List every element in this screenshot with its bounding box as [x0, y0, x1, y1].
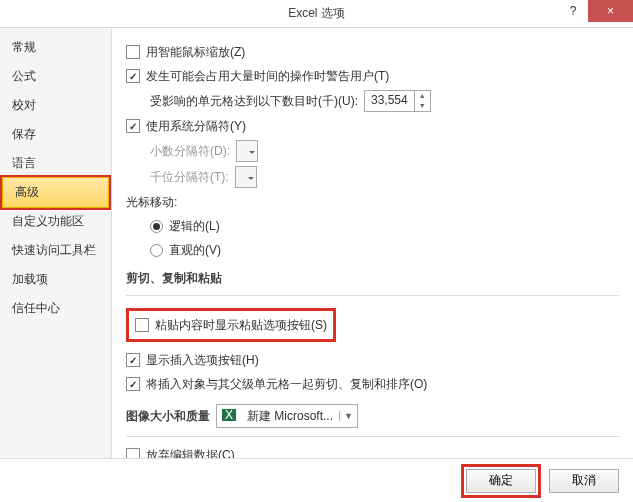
- help-button[interactable]: ?: [558, 0, 588, 22]
- affected-cells-value: 33,554: [365, 91, 414, 111]
- sidebar-item-addins[interactable]: 加载项: [0, 265, 111, 294]
- sidebar-item-advanced[interactable]: 高级: [2, 177, 109, 208]
- sidebar-item-quick-access[interactable]: 快速访问工具栏: [0, 236, 111, 265]
- chevron-down-icon: ▼: [339, 411, 357, 421]
- section-image-quality: 图像大小和质量: [126, 408, 210, 425]
- checkbox-show-paste-btn[interactable]: [135, 318, 149, 332]
- label-discard-edit: 放弃编辑数据(C): [146, 447, 235, 459]
- input-decimal-sep[interactable]: [236, 140, 258, 162]
- title-bar: Excel 选项 ? ×: [0, 0, 633, 28]
- label-thousand-sep: 千位分隔符(T):: [150, 169, 229, 186]
- label-warn-time: 发生可能会占用大量时间的操作时警告用户(T): [146, 68, 389, 85]
- svg-text:X: X: [225, 408, 233, 422]
- sidebar-highlight: 高级: [0, 175, 111, 210]
- checkbox-sys-separator[interactable]: [126, 119, 140, 133]
- divider: [126, 436, 619, 437]
- spinner-buttons[interactable]: ▲▼: [414, 91, 430, 111]
- dropdown-image-target[interactable]: X 新建 Microsoft... ▼: [216, 404, 358, 428]
- sidebar: 常规 公式 校对 保存 语言 高级 自定义功能区 快速访问工具栏 加载项 信任中…: [0, 28, 112, 458]
- label-affected-cells: 受影响的单元格达到以下数目时(千)(U):: [150, 93, 358, 110]
- highlight-paste-option: 粘贴内容时显示粘贴选项按钮(S): [126, 308, 336, 342]
- radio-logical[interactable]: [150, 220, 163, 233]
- sidebar-item-customize-ribbon[interactable]: 自定义功能区: [0, 207, 111, 236]
- label-cursor-move: 光标移动:: [126, 194, 177, 211]
- label-show-insert-btn: 显示插入选项按钮(H): [146, 352, 259, 369]
- excel-icon: X: [217, 407, 241, 426]
- sidebar-item-proofing[interactable]: 校对: [0, 91, 111, 120]
- window-buttons: ? ×: [558, 0, 633, 22]
- sidebar-item-language[interactable]: 语言: [0, 149, 111, 178]
- content-panel: 用智能鼠标缩放(Z) 发生可能会占用大量时间的操作时警告用户(T) 受影响的单元…: [112, 28, 633, 458]
- image-target-value: 新建 Microsoft...: [241, 406, 339, 427]
- section-cut-copy-paste: 剪切、复制和粘贴: [126, 270, 619, 287]
- label-logical: 逻辑的(L): [169, 218, 220, 235]
- footer: 确定 取消: [0, 458, 633, 502]
- sidebar-item-general[interactable]: 常规: [0, 33, 111, 62]
- checkbox-show-insert-btn[interactable]: [126, 353, 140, 367]
- checkbox-discard-edit[interactable]: [126, 448, 140, 458]
- label-cut-with-parent: 将插入对象与其父级单元格一起剪切、复制和排序(O): [146, 376, 427, 393]
- label-show-paste-btn: 粘贴内容时显示粘贴选项按钮(S): [155, 317, 327, 334]
- sidebar-item-trust-center[interactable]: 信任中心: [0, 294, 111, 323]
- label-decimal-sep: 小数分隔符(D):: [150, 143, 230, 160]
- spinner-affected-cells[interactable]: 33,554 ▲▼: [364, 90, 431, 112]
- checkbox-warn-time[interactable]: [126, 69, 140, 83]
- label-smart-zoom: 用智能鼠标缩放(Z): [146, 44, 245, 61]
- highlight-ok: 确定: [461, 464, 541, 498]
- label-visual: 直观的(V): [169, 242, 221, 259]
- sidebar-item-save[interactable]: 保存: [0, 120, 111, 149]
- input-thousand-sep[interactable]: [235, 166, 257, 188]
- divider: [126, 295, 619, 296]
- window-title: Excel 选项: [288, 5, 345, 22]
- label-sys-separator: 使用系统分隔符(Y): [146, 118, 246, 135]
- checkbox-smart-zoom[interactable]: [126, 45, 140, 59]
- sidebar-item-formulas[interactable]: 公式: [0, 62, 111, 91]
- cancel-button[interactable]: 取消: [549, 469, 619, 493]
- ok-button[interactable]: 确定: [466, 469, 536, 493]
- close-button[interactable]: ×: [588, 0, 633, 22]
- radio-visual[interactable]: [150, 244, 163, 257]
- checkbox-cut-with-parent[interactable]: [126, 377, 140, 391]
